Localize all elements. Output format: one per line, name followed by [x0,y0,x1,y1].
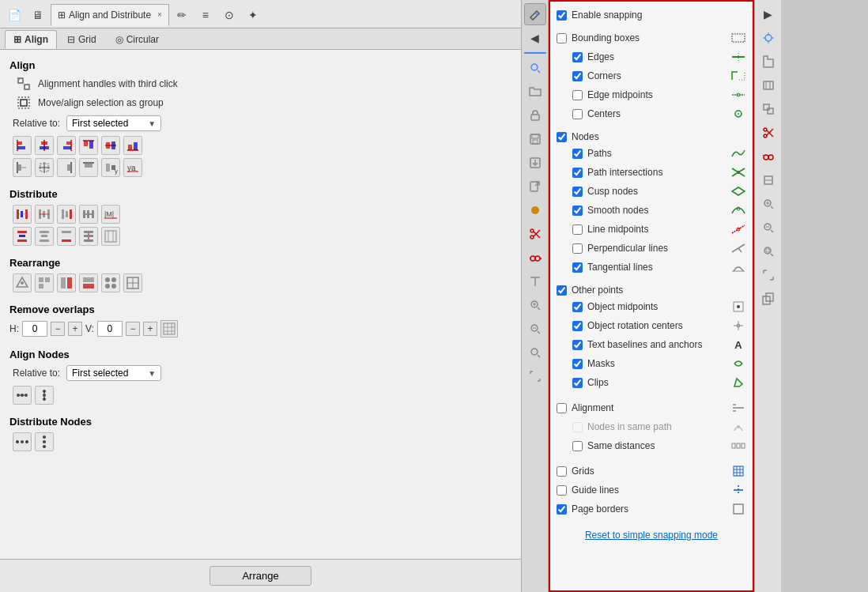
clips-checkbox[interactable] [572,378,583,388]
bounding-boxes-checkbox[interactable] [557,33,567,43]
dist-extra[interactable] [101,227,120,246]
nodes-in-same-path-checkbox[interactable] [572,422,583,432]
snap-folder-btn[interactable] [524,81,546,103]
h-minus-btn[interactable]: − [51,322,65,336]
snap-save-btn[interactable] [524,128,546,150]
right-copy-btn[interactable] [757,288,779,310]
rearrange-3[interactable] [57,273,76,292]
guide-lines-checkbox[interactable] [557,485,567,496]
snap-resize-btn[interactable] [524,365,546,387]
same-distances-checkbox[interactable] [572,441,583,451]
reset-snapping-link[interactable]: Reset to simple snapping mode [557,530,746,541]
align-right-anchor[interactable] [57,158,76,177]
h-plus-btn[interactable]: + [68,322,82,336]
right-zoom-plus[interactable] [757,193,779,215]
edge-midpoints-checkbox[interactable] [572,90,583,100]
node-align-vert[interactable] [35,386,54,405]
dist-left-edges[interactable] [13,205,32,224]
rearrange-5[interactable] [101,273,120,292]
snap-glasses-btn[interactable] [524,247,546,269]
dist-centers-vert[interactable] [35,205,54,224]
align-right-edges[interactable] [57,136,76,155]
align-bottom-edges[interactable] [123,136,142,155]
v-plus-btn[interactable]: + [143,322,157,336]
dist-nodes-v[interactable] [35,432,54,451]
arrange-button[interactable]: Arrange [209,566,311,586]
align-center-anchor[interactable] [35,158,54,177]
tab-icon-star[interactable]: ✦ [242,4,264,26]
snap-scissors-btn[interactable] [524,223,546,245]
tab-close-btn[interactable]: × [157,10,162,19]
v-value-input[interactable] [97,321,123,337]
align-left-anchor[interactable] [13,158,32,177]
align-top-edges[interactable] [79,136,98,155]
relative-to-dropdown[interactable]: First selected ▼ [66,115,161,131]
align-center-on-horiz-axis[interactable] [101,136,120,155]
snap-import-btn[interactable] [524,175,546,198]
snap-zoom-magnify-btn[interactable] [524,294,546,316]
tab-grid[interactable]: ⊟ Grid [58,30,105,49]
align-top-anchor[interactable] [79,158,98,177]
right-tool-1[interactable] [757,27,779,49]
align-middle-anchor[interactable]: ya [101,158,120,177]
object-midpoints-checkbox[interactable] [572,302,583,312]
page-borders-checkbox[interactable] [557,504,567,515]
right-tool-4[interactable] [757,98,779,120]
tangential-lines-checkbox[interactable] [572,262,583,273]
node-align-horiz[interactable] [13,386,32,405]
right-tool-2[interactable] [757,51,779,73]
rearrange-4[interactable] [79,273,98,292]
right-tool-eyes[interactable] [757,145,779,168]
path-intersections-checkbox[interactable] [572,168,583,178]
rearrange-1[interactable] [13,273,32,292]
masks-checkbox[interactable] [572,359,583,369]
cusp-nodes-checkbox[interactable] [572,187,583,197]
dist-with-equal-spaces-h[interactable] [79,205,98,224]
nodes-checkbox[interactable] [557,132,567,142]
alignment-checkbox[interactable] [557,403,567,413]
dist-bottom-edges[interactable] [57,227,76,246]
tab-align[interactable]: ⊞ Align [5,30,57,49]
right-zoom-minus[interactable] [757,217,779,239]
h-value-input[interactable] [22,321,47,337]
right-resize-btn[interactable] [757,264,779,286]
v-minus-btn[interactable]: − [126,322,140,336]
text-baselines-checkbox[interactable] [572,340,583,350]
corners-checkbox[interactable] [572,71,583,81]
snap-zoom-fit-btn[interactable] [524,318,546,340]
snap-yellow-dot[interactable] [524,199,546,221]
dist-centers-horiz[interactable] [35,227,54,246]
rearrange-6[interactable] [123,273,142,292]
dist-right-edges[interactable] [57,205,76,224]
tab-align-distribute[interactable]: ⊞ Align and Distribute × [51,4,169,26]
snap-export-btn[interactable] [524,152,546,174]
snap-zoom-btn[interactable] [524,57,546,79]
snap-text-btn[interactable] [524,270,546,292]
tab-circular[interactable]: ◎ Circular [107,30,168,49]
overlap-grid-icon[interactable] [160,320,178,337]
right-collapse-btn[interactable]: ▶ [757,3,779,25]
right-zoom-fit[interactable] [757,240,779,262]
align-left-edges[interactable] [13,136,32,155]
snap-arrow-left-btn[interactable]: ◀ [524,27,546,49]
align-text-baseline[interactable]: ya [123,158,142,177]
other-points-checkbox[interactable] [557,285,567,296]
snap-lock-btn[interactable] [524,104,546,126]
right-tool-3[interactable] [757,74,779,96]
dist-baseline[interactable]: |M| [101,205,120,224]
perpendicular-lines-checkbox[interactable] [572,243,583,254]
snap-pencil-btn[interactable] [524,3,546,25]
right-tool-scissors[interactable] [757,122,779,144]
grids-checkbox[interactable] [557,466,567,477]
align-center-on-vert-axis[interactable] [35,136,54,155]
nodes-relative-dropdown[interactable]: First selected ▼ [66,365,161,381]
right-tool-6[interactable] [757,169,779,191]
centers-checkbox[interactable] [572,109,583,119]
tab-icon-circle[interactable]: ⊙ [218,4,240,26]
enable-snapping-checkbox[interactable] [557,10,567,21]
smooth-nodes-checkbox[interactable] [572,206,583,216]
dist-equal-spaces-v[interactable] [79,227,98,246]
object-rotation-centers-checkbox[interactable] [572,321,583,331]
paths-checkbox[interactable] [572,149,583,159]
rearrange-2[interactable] [35,273,54,292]
